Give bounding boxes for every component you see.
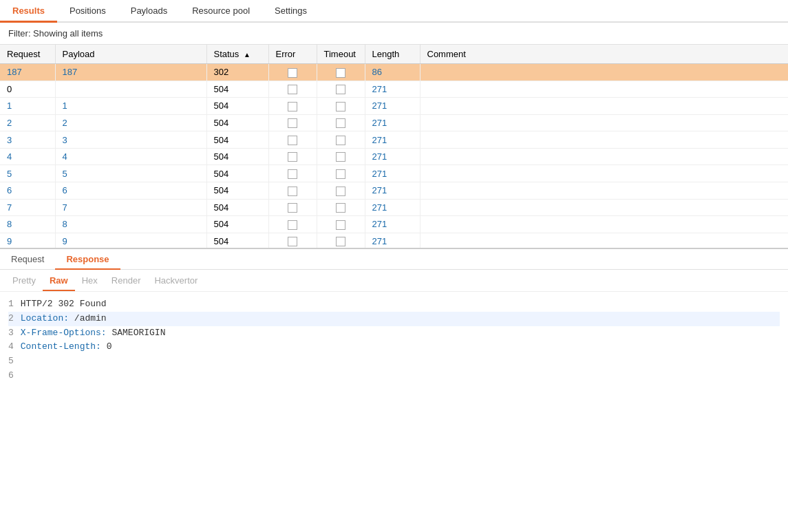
table-row[interactable]: 11504271 — [0, 98, 788, 115]
cell-status: 504 — [206, 98, 268, 115]
response-line: 6 — [8, 369, 780, 383]
table-row[interactable]: 66504271 — [0, 182, 788, 199]
filter-bar: Filter: Showing all items — [0, 23, 788, 45]
cell-timeout — [317, 216, 365, 233]
cell-payload: 9 — [55, 233, 206, 248]
cell-length: 271 — [365, 233, 420, 248]
cell-comment — [420, 81, 788, 98]
col-header-payload[interactable]: Payload — [55, 45, 206, 64]
cell-comment — [420, 114, 788, 131]
col-header-comment[interactable]: Comment — [420, 45, 788, 64]
table-row[interactable]: 44504271 — [0, 148, 788, 165]
response-line: 3X-Frame-Options: SAMEORIGIN — [8, 326, 780, 341]
cell-error — [268, 64, 317, 81]
table-row[interactable]: 33504271 — [0, 131, 788, 149]
cell-timeout — [317, 165, 365, 182]
line-number: 4 — [8, 341, 14, 352]
line-number: 3 — [8, 328, 14, 338]
cell-timeout — [317, 81, 365, 98]
header-val: SAMEORIGIN — [107, 328, 166, 338]
table-row[interactable]: 18718730286 — [0, 64, 788, 81]
panel-tab-response[interactable]: Response — [55, 249, 120, 269]
cell-payload: 1 — [55, 98, 206, 115]
cell-request: 5 — [0, 165, 55, 182]
cell-length: 271 — [365, 216, 420, 233]
col-header-timeout[interactable]: Timeout — [317, 45, 365, 64]
cell-status: 302 — [206, 64, 268, 81]
cell-error — [268, 98, 317, 115]
response-line: 2Location: /admin — [8, 312, 780, 326]
tab-settings[interactable]: Settings — [262, 0, 319, 21]
sub-tab-raw[interactable]: Raw — [43, 273, 75, 288]
cell-request: 3 — [0, 131, 55, 149]
header-key: X-Frame-Options: — [21, 328, 107, 338]
panel-tabs: Request Response — [0, 249, 788, 270]
main-tabs: Results Positions Payloads Resource pool… — [0, 0, 788, 23]
cell-error — [268, 148, 317, 165]
cell-payload: 4 — [55, 148, 206, 165]
cell-comment — [420, 233, 788, 248]
cell-length: 271 — [365, 81, 420, 98]
cell-request: 0 — [0, 81, 55, 98]
line-number: 5 — [8, 356, 14, 366]
cell-payload: 6 — [55, 182, 206, 199]
cell-timeout — [317, 182, 365, 199]
table-row[interactable]: 99504271 — [0, 233, 788, 248]
header-val: 0 — [101, 341, 112, 352]
table-row[interactable]: 0504271 — [0, 81, 788, 98]
filter-text: Filter: Showing all items — [8, 28, 103, 39]
cell-length: 271 — [365, 182, 420, 199]
cell-error — [268, 114, 317, 131]
table-row[interactable]: 22504271 — [0, 114, 788, 131]
cell-timeout — [317, 98, 365, 115]
header-key: Content-Length: — [21, 341, 101, 352]
cell-payload: 7 — [55, 199, 206, 216]
table-row[interactable]: 77504271 — [0, 199, 788, 216]
col-header-request[interactable]: Request — [0, 45, 55, 64]
tab-results[interactable]: Results — [0, 0, 57, 21]
cell-request: 2 — [0, 114, 55, 131]
cell-length: 271 — [365, 131, 420, 149]
cell-payload: 8 — [55, 216, 206, 233]
cell-timeout — [317, 233, 365, 248]
cell-status: 504 — [206, 114, 268, 131]
tab-payloads[interactable]: Payloads — [118, 0, 180, 21]
col-header-status[interactable]: Status ▲ — [206, 45, 268, 64]
cell-error — [268, 199, 317, 216]
cell-request: 7 — [0, 199, 55, 216]
cell-timeout — [317, 114, 365, 131]
cell-error — [268, 165, 317, 182]
sub-tab-hackvertor[interactable]: Hackvertor — [147, 273, 204, 288]
col-header-length[interactable]: Length — [365, 45, 420, 64]
cell-comment — [420, 216, 788, 233]
cell-error — [268, 233, 317, 248]
cell-length: 271 — [365, 114, 420, 131]
cell-request: 8 — [0, 216, 55, 233]
col-header-error[interactable]: Error — [268, 45, 317, 64]
cell-comment — [420, 148, 788, 165]
cell-status: 504 — [206, 148, 268, 165]
sub-tab-hex[interactable]: Hex — [75, 273, 105, 288]
line-number: 2 — [8, 313, 14, 323]
cell-timeout — [317, 199, 365, 216]
response-content: 1HTTP/2 302 Found2Location: /admin3X-Fra… — [0, 292, 788, 389]
tab-positions[interactable]: Positions — [57, 0, 118, 21]
sub-tab-render[interactable]: Render — [105, 273, 148, 288]
response-line: 4Content-Length: 0 — [8, 340, 780, 354]
cell-error — [268, 216, 317, 233]
cell-status: 504 — [206, 216, 268, 233]
table-row[interactable]: 88504271 — [0, 216, 788, 233]
response-line: 5 — [8, 354, 780, 369]
cell-comment — [420, 199, 788, 216]
header-key: Location: — [21, 313, 69, 323]
panel-tab-request[interactable]: Request — [0, 249, 55, 269]
cell-status: 504 — [206, 233, 268, 248]
sub-tab-pretty[interactable]: Pretty — [6, 273, 43, 288]
table-row[interactable]: 55504271 — [0, 165, 788, 182]
cell-comment — [420, 165, 788, 182]
cell-payload: 3 — [55, 131, 206, 149]
tab-resource-pool[interactable]: Resource pool — [180, 0, 262, 21]
cell-status: 504 — [206, 199, 268, 216]
cell-status: 504 — [206, 131, 268, 149]
results-table-wrapper: Request Payload Status ▲ Error Timeout L… — [0, 45, 788, 248]
